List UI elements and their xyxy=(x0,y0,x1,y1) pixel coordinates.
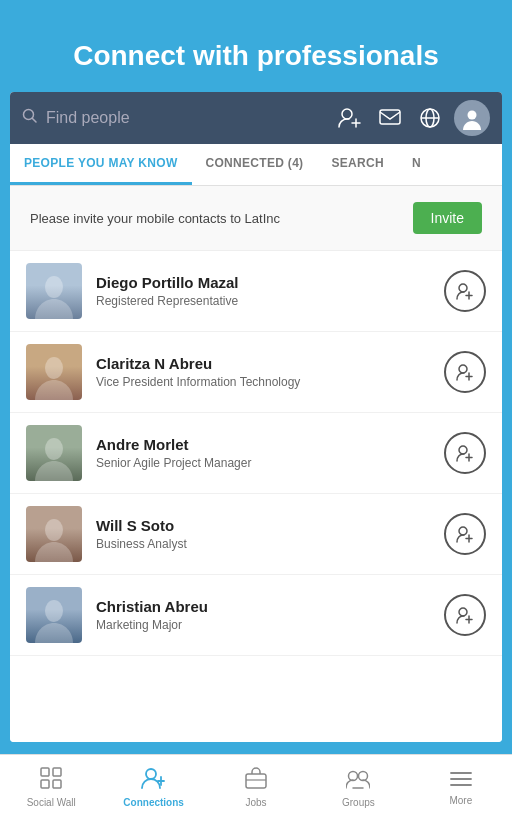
svg-point-35 xyxy=(146,769,156,779)
search-icon xyxy=(22,108,38,128)
person-info: Diego Portillo Mazal Registered Represen… xyxy=(96,274,430,308)
avatar xyxy=(26,263,82,319)
add-person-icon[interactable] xyxy=(334,102,366,134)
nav-more-label: More xyxy=(449,795,472,806)
person-role: Senior Agile Project Manager xyxy=(96,456,430,470)
svg-point-12 xyxy=(459,284,467,292)
avatar xyxy=(26,506,82,562)
main-card: PEOPLE YOU MAY KNOW CONNECTED (4) SEARCH… xyxy=(10,92,502,742)
svg-rect-34 xyxy=(53,780,61,788)
person-name: Andre Morlet xyxy=(96,436,430,453)
avatar xyxy=(26,587,82,643)
person-info: Will S Soto Business Analyst xyxy=(96,517,430,551)
person-info: Andre Morlet Senior Agile Project Manage… xyxy=(96,436,430,470)
tab-search[interactable]: SEARCH xyxy=(317,144,397,185)
person-name: Claritza N Abreu xyxy=(96,355,430,372)
search-input-wrapper xyxy=(22,108,324,128)
nav-connections[interactable]: Connections xyxy=(102,759,204,816)
person-role: Business Analyst xyxy=(96,537,430,551)
svg-point-10 xyxy=(468,111,477,120)
person-row: Christian Abreu Marketing Major xyxy=(10,575,502,656)
svg-point-24 xyxy=(459,527,467,535)
svg-line-1 xyxy=(33,119,37,123)
svg-rect-38 xyxy=(246,774,266,788)
svg-point-2 xyxy=(342,109,352,119)
svg-point-20 xyxy=(459,446,467,454)
svg-rect-33 xyxy=(41,780,49,788)
person-row: Will S Soto Business Analyst xyxy=(10,494,502,575)
invite-text: Please invite your mobile contacts to La… xyxy=(30,211,280,226)
svg-point-11 xyxy=(45,276,63,298)
groups-icon xyxy=(346,767,370,794)
person-row: Claritza N Abreu Vice President Informat… xyxy=(10,332,502,413)
person-info: Claritza N Abreu Vice President Informat… xyxy=(96,355,430,389)
connect-button[interactable] xyxy=(444,270,486,312)
person-row: Andre Morlet Senior Agile Project Manage… xyxy=(10,413,502,494)
nav-jobs-label: Jobs xyxy=(245,797,266,808)
svg-point-27 xyxy=(45,600,63,622)
nav-jobs[interactable]: Jobs xyxy=(205,759,307,816)
connect-button[interactable] xyxy=(444,432,486,474)
invite-banner: Please invite your mobile contacts to La… xyxy=(10,186,502,251)
svg-rect-32 xyxy=(53,768,61,776)
nav-groups-label: Groups xyxy=(342,797,375,808)
search-bar xyxy=(10,92,502,144)
person-name: Diego Portillo Mazal xyxy=(96,274,430,291)
person-name: Christian Abreu xyxy=(96,598,430,615)
header-title: Connect with professionals xyxy=(30,40,482,72)
tabs-bar: PEOPLE YOU MAY KNOW CONNECTED (4) SEARCH… xyxy=(10,144,502,186)
header: Connect with professionals xyxy=(0,0,512,92)
connect-button[interactable] xyxy=(444,513,486,555)
svg-point-16 xyxy=(459,365,467,373)
nav-social-wall-label: Social Wall xyxy=(27,797,76,808)
bottom-nav: Social Wall Connections Jobs xyxy=(0,754,512,819)
user-avatar[interactable] xyxy=(454,100,490,136)
message-icon[interactable] xyxy=(374,102,406,134)
avatar xyxy=(26,425,82,481)
person-role: Registered Representative xyxy=(96,294,430,308)
more-icon xyxy=(450,769,472,792)
svg-point-41 xyxy=(359,771,368,780)
nav-more[interactable]: More xyxy=(410,761,512,814)
connect-button[interactable] xyxy=(444,594,486,636)
people-list: Diego Portillo Mazal Registered Represen… xyxy=(10,251,502,742)
connections-icon xyxy=(141,767,167,794)
svg-point-28 xyxy=(459,608,467,616)
nav-social-wall[interactable]: Social Wall xyxy=(0,759,102,816)
social-wall-icon xyxy=(40,767,62,794)
invite-button[interactable]: Invite xyxy=(413,202,482,234)
person-info: Christian Abreu Marketing Major xyxy=(96,598,430,632)
tab-more[interactable]: N xyxy=(398,144,435,185)
svg-point-40 xyxy=(349,771,358,780)
svg-point-19 xyxy=(45,438,63,460)
globe-icon[interactable] xyxy=(414,102,446,134)
svg-point-23 xyxy=(45,519,63,541)
nav-groups[interactable]: Groups xyxy=(307,759,409,816)
tab-people-you-may-know[interactable]: PEOPLE YOU MAY KNOW xyxy=(10,144,192,185)
person-row: Diego Portillo Mazal Registered Represen… xyxy=(10,251,502,332)
nav-connections-label: Connections xyxy=(123,797,184,808)
svg-rect-5 xyxy=(380,110,400,124)
connect-button[interactable] xyxy=(444,351,486,393)
person-role: Marketing Major xyxy=(96,618,430,632)
search-input[interactable] xyxy=(46,109,324,127)
jobs-icon xyxy=(245,767,267,794)
person-name: Will S Soto xyxy=(96,517,430,534)
person-role: Vice President Information Technology xyxy=(96,375,430,389)
search-actions xyxy=(334,100,490,136)
svg-rect-31 xyxy=(41,768,49,776)
svg-point-15 xyxy=(45,357,63,379)
avatar xyxy=(26,344,82,400)
tab-connected[interactable]: CONNECTED (4) xyxy=(192,144,318,185)
